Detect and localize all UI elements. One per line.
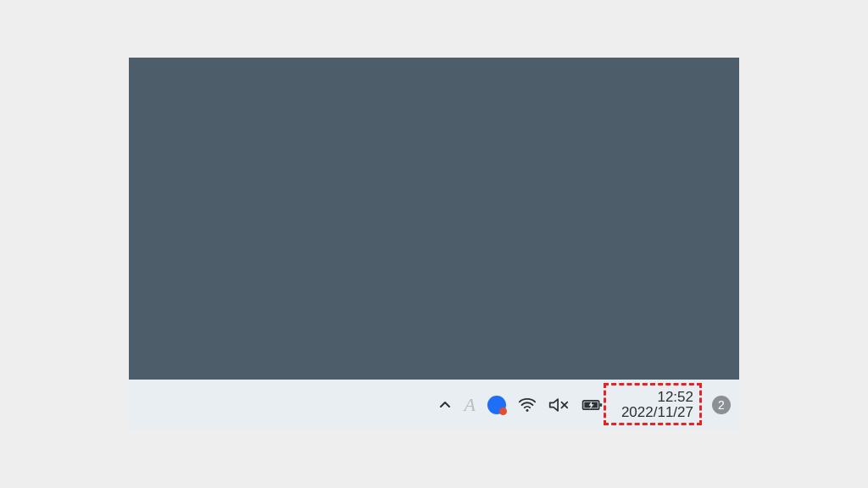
battery-charging-icon xyxy=(581,396,603,413)
battery-tray-button[interactable] xyxy=(581,396,603,413)
clock-time: 12:52 xyxy=(657,390,693,405)
screenshot-frame: A xyxy=(129,58,739,430)
tray-overflow-button[interactable] xyxy=(438,398,452,412)
taskbar-clock[interactable]: 12:52 2022/11/27 xyxy=(615,388,700,422)
chat-bubble-icon xyxy=(487,396,506,414)
notification-center-button[interactable]: 2 xyxy=(712,396,731,414)
chevron-up-icon xyxy=(438,398,452,412)
wifi-tray-button[interactable] xyxy=(518,396,537,414)
taskbar: A xyxy=(129,380,739,430)
ime-indicator[interactable]: A xyxy=(464,394,475,416)
chat-tray-button[interactable] xyxy=(487,396,506,414)
speaker-muted-icon xyxy=(548,396,569,414)
svg-point-0 xyxy=(526,409,528,412)
notification-count: 2 xyxy=(718,398,725,412)
clock-date: 2022/11/27 xyxy=(621,405,693,420)
volume-tray-button[interactable] xyxy=(548,396,569,414)
desktop-wallpaper xyxy=(129,58,739,380)
svg-rect-4 xyxy=(599,403,602,406)
wifi-icon xyxy=(518,396,537,414)
